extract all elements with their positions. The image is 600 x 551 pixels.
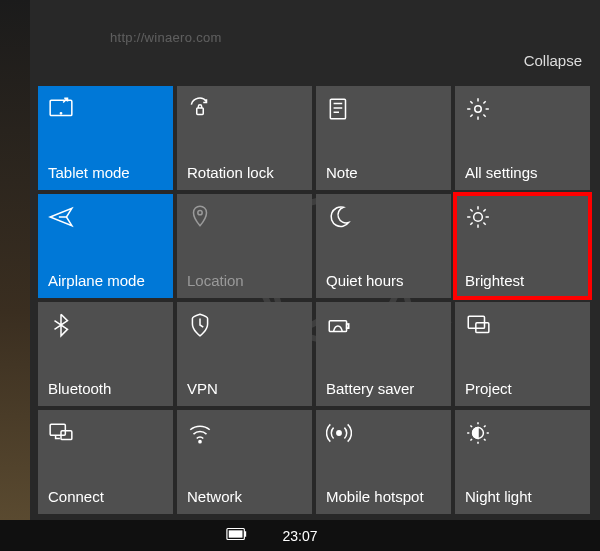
tile-night-light[interactable]: Night light bbox=[455, 410, 590, 514]
quick-action-grid: Tablet mode Rotation lock Note All setti… bbox=[38, 86, 590, 514]
tile-rotation-lock[interactable]: Rotation lock bbox=[177, 86, 312, 190]
vpn-shield-icon bbox=[187, 312, 213, 338]
svg-point-7 bbox=[474, 213, 483, 222]
svg-rect-19 bbox=[229, 530, 243, 537]
wifi-icon bbox=[187, 420, 213, 446]
tile-label: Location bbox=[187, 272, 302, 290]
location-pin-icon bbox=[187, 204, 213, 230]
hotspot-icon bbox=[326, 420, 352, 446]
note-icon bbox=[326, 96, 352, 122]
night-light-icon bbox=[465, 420, 491, 446]
battery-tray-icon[interactable] bbox=[226, 527, 248, 544]
tile-label: Rotation lock bbox=[187, 164, 302, 182]
tile-label: VPN bbox=[187, 380, 302, 398]
moon-icon bbox=[326, 204, 352, 230]
tile-label: All settings bbox=[465, 164, 580, 182]
tile-mobile-hotspot[interactable]: Mobile hotspot bbox=[316, 410, 451, 514]
svg-rect-18 bbox=[244, 531, 246, 537]
action-center-panel: http://winaero.com Collapse Tablet mode … bbox=[30, 0, 600, 520]
tile-label: Airplane mode bbox=[48, 272, 163, 290]
svg-point-6 bbox=[198, 211, 202, 215]
rotation-lock-icon bbox=[187, 96, 213, 122]
svg-point-14 bbox=[199, 441, 201, 443]
taskbar: 23:07 bbox=[0, 520, 600, 551]
svg-rect-9 bbox=[347, 324, 349, 328]
tile-label: Tablet mode bbox=[48, 164, 163, 182]
svg-rect-3 bbox=[197, 108, 204, 115]
tile-label: Network bbox=[187, 488, 302, 506]
taskbar-clock[interactable]: 23:07 bbox=[282, 528, 317, 544]
tile-label: Project bbox=[465, 380, 580, 398]
svg-rect-4 bbox=[330, 99, 345, 119]
tile-all-settings[interactable]: All settings bbox=[455, 86, 590, 190]
tile-label: Battery saver bbox=[326, 380, 441, 398]
tile-label: Connect bbox=[48, 488, 163, 506]
tile-quiet-hours[interactable]: Quiet hours bbox=[316, 194, 451, 298]
bluetooth-icon bbox=[48, 312, 74, 338]
settings-gear-icon bbox=[465, 96, 491, 122]
svg-point-2 bbox=[60, 113, 61, 114]
watermark-text: http://winaero.com bbox=[110, 30, 222, 45]
collapse-button[interactable]: Collapse bbox=[524, 52, 582, 69]
tile-bluetooth[interactable]: Bluetooth bbox=[38, 302, 173, 406]
airplane-icon bbox=[48, 204, 74, 230]
svg-rect-12 bbox=[50, 424, 65, 435]
tile-battery-saver[interactable]: Battery saver bbox=[316, 302, 451, 406]
connect-icon bbox=[48, 420, 74, 446]
tile-label: Bluetooth bbox=[48, 380, 163, 398]
tile-label: Brightest bbox=[465, 272, 580, 290]
tile-project[interactable]: Project bbox=[455, 302, 590, 406]
tile-brightness[interactable]: Brightest bbox=[455, 194, 590, 298]
tile-label: Mobile hotspot bbox=[326, 488, 441, 506]
tile-connect[interactable]: Connect bbox=[38, 410, 173, 514]
tile-airplane-mode[interactable]: Airplane mode bbox=[38, 194, 173, 298]
tile-location[interactable]: Location bbox=[177, 194, 312, 298]
tile-network[interactable]: Network bbox=[177, 410, 312, 514]
battery-saver-icon bbox=[326, 312, 352, 338]
tile-vpn[interactable]: VPN bbox=[177, 302, 312, 406]
tile-label: Quiet hours bbox=[326, 272, 441, 290]
project-screen-icon bbox=[465, 312, 491, 338]
tablet-mode-icon bbox=[48, 96, 74, 122]
tile-label: Note bbox=[326, 164, 441, 182]
tile-label: Night light bbox=[465, 488, 580, 506]
tile-note[interactable]: Note bbox=[316, 86, 451, 190]
tile-tablet-mode[interactable]: Tablet mode bbox=[38, 86, 173, 190]
svg-point-15 bbox=[337, 431, 341, 435]
brightness-sun-icon bbox=[465, 204, 491, 230]
svg-point-5 bbox=[475, 106, 482, 113]
